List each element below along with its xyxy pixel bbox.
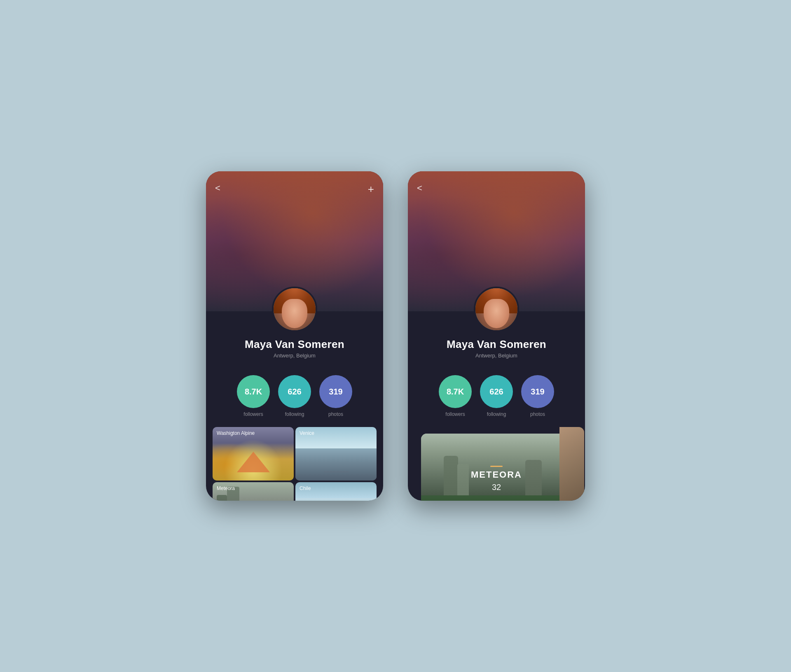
photos-circle-1: 319 (319, 375, 352, 408)
photo-tile-meteora[interactable]: Meteora (213, 482, 294, 501)
photos-label-2: photos (530, 411, 545, 417)
phone-screen-2: < Maya Van Someren Antwerp, Belgium 8.7K… (408, 171, 585, 501)
stat-photos-2[interactable]: 319 photos (521, 375, 554, 417)
photo-tile-alpine[interactable]: Washigton Alpine (213, 427, 294, 481)
profile-name-2: Maya Van Someren (408, 338, 585, 351)
stat-following-1[interactable]: 626 following (278, 375, 311, 417)
hero-header-1: < + (206, 171, 383, 311)
phone-screen-1: < + Maya Van Someren Antwerp, Belgium 8.… (206, 171, 383, 501)
followers-label-2: followers (445, 411, 465, 417)
stats-row-2: 8.7K followers 626 following 319 photos (408, 367, 585, 427)
featured-photo: METEORA 32 (421, 434, 572, 501)
alpine-label: Washigton Alpine (217, 430, 255, 436)
tent-icon (237, 452, 270, 472)
meteora-label: Meteora (217, 485, 235, 491)
featured-photo-count: 32 (492, 483, 501, 492)
side-peek-overlay (559, 427, 584, 501)
photo-tile-chile[interactable]: Chile (295, 482, 377, 501)
stat-following-2[interactable]: 626 following (480, 375, 513, 417)
following-circle-1: 626 (278, 375, 311, 408)
avatar-2 (474, 287, 519, 332)
profile-location-1: Antwerp, Belgium (206, 352, 383, 359)
featured-photo-title: METEORA (471, 469, 522, 480)
add-button[interactable]: + (363, 180, 379, 199)
photo-tile-venice[interactable]: Venice (295, 427, 377, 481)
profile-location-2: Antwerp, Belgium (408, 352, 585, 359)
photos-label-1: photos (328, 411, 343, 417)
followers-label-1: followers (243, 411, 263, 417)
avatar-image-1 (274, 288, 316, 330)
stats-row-1: 8.7K followers 626 following 319 photos (206, 367, 383, 427)
accent-line (490, 466, 503, 467)
stat-followers-1[interactable]: 8.7K followers (237, 375, 270, 417)
profile-name-1: Maya Van Someren (206, 338, 383, 351)
featured-photo-container[interactable]: METEORA 32 (414, 427, 578, 501)
hero-header-2: < (408, 171, 585, 311)
photo-grid-1: Washigton Alpine Venice Meteora Chile (213, 427, 377, 501)
back-button-2[interactable]: < (412, 180, 427, 197)
avatar-image-2 (475, 288, 517, 330)
stat-photos-1[interactable]: 319 photos (319, 375, 352, 417)
followers-circle-2: 8.7K (439, 375, 472, 408)
following-label-1: following (285, 411, 304, 417)
following-circle-2: 626 (480, 375, 513, 408)
avatar-1 (272, 287, 317, 332)
following-label-2: following (487, 411, 506, 417)
side-peek-photo (559, 427, 584, 501)
featured-photo-overlay: METEORA 32 (421, 434, 572, 501)
venice-label: Venice (300, 430, 314, 436)
back-button-1[interactable]: < (210, 180, 225, 197)
followers-circle-1: 8.7K (237, 375, 270, 408)
photos-circle-2: 319 (521, 375, 554, 408)
chile-label: Chile (300, 485, 311, 491)
stat-followers-2[interactable]: 8.7K followers (439, 375, 472, 417)
